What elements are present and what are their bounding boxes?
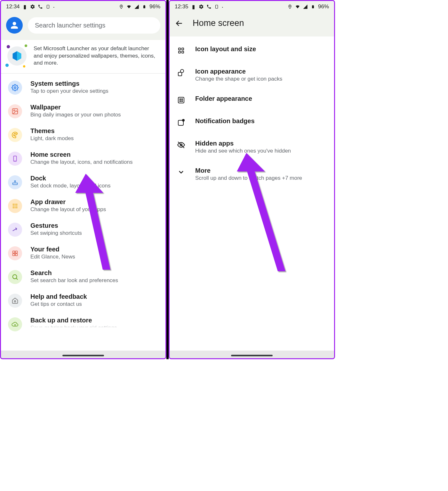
item-title: System settings bbox=[30, 80, 159, 87]
shapes-icon bbox=[177, 68, 186, 77]
svg-rect-36 bbox=[179, 51, 180, 53]
signal-icon bbox=[303, 4, 308, 9]
status-time: 12:35 bbox=[175, 4, 188, 10]
list-item-icon-layout[interactable]: Icon layout and size bbox=[170, 39, 334, 61]
item-title: Help and feedback bbox=[30, 293, 159, 300]
chevron-down-icon bbox=[177, 168, 186, 177]
swipe-icon bbox=[8, 223, 22, 237]
svg-rect-34 bbox=[179, 48, 180, 50]
item-sub: Set swiping shortcuts bbox=[30, 230, 159, 236]
svg-rect-5 bbox=[23, 65, 25, 67]
svg-rect-25 bbox=[13, 254, 15, 256]
svg-rect-26 bbox=[15, 254, 17, 256]
search-input[interactable]: Search launcher settings bbox=[28, 17, 160, 34]
svg-point-15 bbox=[14, 204, 16, 205]
item-title: Wallpaper bbox=[30, 104, 159, 111]
list-item-your-feed[interactable]: Your feedEdit Glance, News bbox=[1, 241, 165, 265]
svg-point-18 bbox=[14, 205, 16, 207]
item-title: Folder appearance bbox=[195, 95, 328, 102]
list-item-system-settings[interactable]: System settingsTap to open your device s… bbox=[1, 75, 165, 99]
list-item-backup[interactable]: Back up and restoreSave or bring back yo… bbox=[1, 312, 165, 331]
list-item-more[interactable]: MoreScroll up and down to switch pages +… bbox=[170, 161, 334, 188]
svg-point-6 bbox=[14, 87, 16, 89]
promo-card[interactable]: Set Microsoft Launcher as your default l… bbox=[1, 40, 165, 74]
list-item-dock[interactable]: DockSet dock mode, layout, and icons bbox=[1, 170, 165, 194]
list-item-themes[interactable]: ThemesLight, dark modes bbox=[1, 123, 165, 147]
item-sub: Light, dark modes bbox=[30, 135, 159, 142]
status-icon: ▮ bbox=[191, 4, 196, 9]
svg-point-32 bbox=[290, 6, 291, 7]
item-title: Themes bbox=[30, 127, 159, 135]
back-button[interactable] bbox=[175, 19, 184, 28]
svg-rect-24 bbox=[15, 251, 17, 253]
item-sub: Scroll up and down to switch pages +7 mo… bbox=[195, 175, 328, 181]
status-time: 12:34 bbox=[6, 4, 20, 10]
svg-rect-35 bbox=[182, 48, 184, 50]
battery-icon bbox=[142, 4, 147, 9]
svg-point-19 bbox=[16, 205, 18, 207]
navigation-handle[interactable] bbox=[62, 355, 104, 356]
item-sub: Change the layout of your apps bbox=[30, 206, 159, 213]
list-item-wallpaper[interactable]: WallpaperBing daily images or your own p… bbox=[1, 99, 165, 123]
svg-point-42 bbox=[180, 101, 181, 102]
svg-rect-39 bbox=[178, 97, 184, 103]
list-item-hidden-apps[interactable]: Hidden appsHide and see which ones you'v… bbox=[170, 133, 334, 161]
list-item-notification-badges[interactable]: Notification badges bbox=[170, 111, 334, 133]
profile-avatar-button[interactable] bbox=[6, 17, 23, 34]
svg-line-28 bbox=[16, 278, 18, 280]
list-item-home-screen[interactable]: Home screenChange the layout, icons, and… bbox=[1, 147, 165, 170]
item-sub: Get tips or contact us bbox=[30, 301, 159, 307]
svg-rect-0 bbox=[47, 5, 49, 9]
navigation-handle[interactable] bbox=[231, 355, 273, 356]
gear-icon bbox=[8, 81, 22, 95]
phone-screenshot-left: 12:34 ▮ · 9 bbox=[0, 0, 166, 359]
item-sub: Change the layout, icons, and notificati… bbox=[30, 159, 159, 165]
list-item-app-drawer[interactable]: App drawerChange the layout of your apps bbox=[1, 194, 165, 218]
svg-point-20 bbox=[13, 207, 14, 209]
launcher-logo-icon bbox=[5, 44, 28, 67]
item-title: Icon layout and size bbox=[195, 45, 328, 53]
device-icon bbox=[214, 4, 219, 9]
svg-point-17 bbox=[13, 205, 14, 207]
list-item-search[interactable]: SearchSet search bar look and preference… bbox=[1, 265, 165, 289]
person-icon bbox=[10, 21, 19, 29]
phone-icon bbox=[8, 152, 22, 166]
list-item-gestures[interactable]: GesturesSet swiping shortcuts bbox=[1, 218, 165, 241]
list-item-folder-appearance[interactable]: Folder appearance bbox=[170, 89, 334, 111]
item-title: Dock bbox=[30, 175, 159, 182]
settings-list: System settingsTap to open your device s… bbox=[1, 74, 165, 338]
phone-missed-icon bbox=[38, 4, 43, 9]
svg-point-1 bbox=[121, 6, 122, 7]
svg-rect-38 bbox=[178, 72, 182, 76]
svg-point-43 bbox=[182, 101, 183, 102]
svg-point-29 bbox=[14, 301, 16, 302]
wifi-icon bbox=[295, 4, 300, 9]
search-icon bbox=[8, 270, 22, 284]
svg-point-45 bbox=[182, 119, 184, 121]
item-sub: Set dock mode, layout, and icons bbox=[30, 183, 159, 189]
cloud-upload-icon bbox=[8, 317, 22, 331]
item-title: Notification badges bbox=[195, 117, 328, 125]
location-icon bbox=[287, 4, 292, 9]
svg-point-16 bbox=[16, 204, 18, 205]
svg-point-22 bbox=[16, 207, 18, 209]
list-item-help[interactable]: Help and feedbackGet tips or contact us bbox=[1, 289, 165, 312]
gear-status-icon bbox=[199, 4, 204, 9]
svg-point-11 bbox=[16, 133, 16, 134]
search-header: Search launcher settings bbox=[1, 11, 165, 40]
arrow-left-icon bbox=[175, 19, 183, 28]
battery-percent: 96% bbox=[318, 4, 329, 10]
signal-icon bbox=[134, 4, 139, 9]
item-title: Hidden apps bbox=[195, 140, 328, 147]
item-title: Home screen bbox=[30, 151, 159, 158]
promo-text: Set Microsoft Launcher as your default l… bbox=[34, 45, 159, 67]
list-item-icon-appearance[interactable]: Icon appearanceChange the shape or get i… bbox=[170, 61, 334, 89]
svg-point-41 bbox=[182, 99, 183, 100]
page-header: Home screen bbox=[170, 11, 334, 36]
item-title: App drawer bbox=[30, 198, 159, 206]
svg-rect-31 bbox=[215, 5, 218, 9]
item-sub: Hide and see which ones you've hidden bbox=[195, 148, 328, 154]
search-placeholder: Search launcher settings bbox=[35, 22, 105, 29]
wifi-icon bbox=[126, 4, 132, 9]
svg-point-14 bbox=[13, 204, 14, 205]
